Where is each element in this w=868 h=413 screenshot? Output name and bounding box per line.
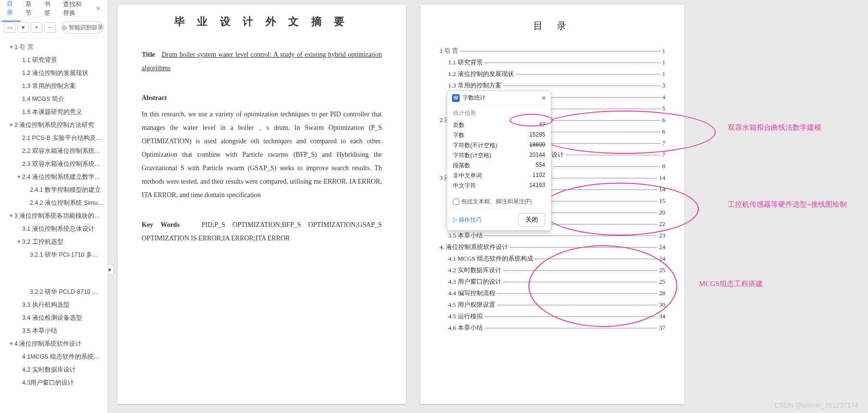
outline-item[interactable]: 2.4.2 液位控制系统 Simulink … — [0, 197, 108, 210]
outline-item[interactable]: ▾2.4 液位控制系统建立数学模型及… — [0, 171, 108, 184]
outline-item[interactable]: ▾1 引 言 — [0, 41, 108, 54]
stat-row: 非中文单词1102 — [453, 171, 545, 181]
annotation-text-1: 双容水箱拟合曲线法数学建模 — [728, 123, 821, 133]
toc-row: 4.6 本章小结37 — [440, 324, 665, 332]
outline-item[interactable]: 3.2.1 研华 PCI-1710 多功能… — [0, 249, 108, 262]
document-canvas: ▤▾ 毕 业 设 计 外 文 摘 要 Title Drum boiler sys… — [108, 0, 868, 413]
outline-item[interactable]: 3.2.2 研华 PCLD-8710 接线… — [0, 286, 108, 299]
outline-item[interactable]: ▾4.液位控制系统软件设计 — [0, 338, 108, 350]
outline-item[interactable]: 1.5 本课题研究的意义 — [0, 106, 108, 119]
outline-item[interactable]: 2.1 PCS-B 实验平台结构及工作原… — [0, 132, 108, 145]
stat-row: 段落数554 — [453, 161, 545, 171]
outline-level-button[interactable]: ▾ — [17, 22, 29, 33]
outline-remove-button[interactable]: − — [44, 22, 56, 33]
sidebar-tabs: 目录 章节 书签 查找和替换 ✕ — [0, 0, 108, 17]
outline-tree[interactable]: ▾1 引 言1.1 研究背景1.2 液位控制的发展现状1.3 常用的控制方案1.… — [0, 38, 108, 413]
outline-item[interactable]: 2.3 双容水箱液位控制系统的控制… — [0, 158, 108, 171]
watermark: CSDN @weixin_761237174 — [774, 401, 858, 409]
outline-toolbar: ▭ ▾ + − ◎ 智能识别目录 — [0, 17, 108, 38]
dialog-subtitle: 统计信息 — [453, 109, 545, 117]
toc-row: 4.1 MCGS 组态软件的系统构成24 — [440, 254, 665, 263]
outline-item[interactable]: ▾2 液位控制系统控制方法研究 — [0, 119, 108, 132]
toc-row: 1.1 研究背景1 — [440, 58, 665, 67]
page-options-button[interactable]: ▤▾ — [108, 264, 114, 275]
stat-row: 页数47 — [453, 120, 545, 130]
toc-row: 4.4 编写控制流程28 — [440, 289, 665, 298]
abstract-body: In this research, we use a variety of op… — [142, 108, 382, 202]
stat-row: 字数15295 — [453, 130, 545, 140]
toc-row: 4.5 运行模拟34 — [440, 312, 665, 321]
include-textbox-checkbox[interactable] — [453, 199, 459, 205]
operation-tip-link[interactable]: ▷ 操作技巧 — [453, 216, 482, 224]
toc-row: 1.3 常用的控制方案3 — [440, 81, 665, 90]
annotation-text-3: MCGS组态工程搭建 — [699, 279, 763, 289]
toc-row: 4.2 实时数据库设计25 — [440, 266, 665, 275]
outline-item[interactable]: 3.1 液位控制系统总体设计 — [0, 223, 108, 236]
page1-heading: 毕 业 设 计 外 文 摘 要 — [142, 14, 382, 29]
play-icon: ▷ — [453, 216, 457, 223]
checkbox-label: 包括文本框、脚注和尾注(F) — [461, 198, 532, 206]
outline-item[interactable]: 4.1MCGS 组态软件的系统构成 — [0, 350, 108, 363]
outline-collapse-button[interactable]: ▭ — [4, 22, 15, 33]
toc-row: 1 引 言1 — [440, 47, 665, 55]
outline-item[interactable]: 1.3 常用的控制方案 — [0, 80, 108, 93]
outline-add-button[interactable]: + — [31, 22, 42, 33]
stat-row: 字符数(不计空格)18609 — [453, 140, 545, 150]
outline-item[interactable]: 2.2 双容水箱液位控制系统控制要… — [0, 145, 108, 158]
toc-row: 4.5 用户权限设置30 — [440, 300, 665, 309]
outline-item[interactable]: ▾3.2 工控机选型 — [0, 236, 108, 249]
title-label: Title — [142, 51, 155, 58]
outline-item[interactable]: 4.3用户窗口的设计 — [0, 376, 108, 389]
outline-item[interactable]: ▾3 液位控制系统各功能模块的硬件设… — [0, 210, 108, 223]
dialog-close-button[interactable]: 关闭 — [518, 213, 545, 226]
title-text: Drum boiler system water level control: … — [142, 51, 382, 72]
annotation-text-2: 工控机传感器等硬件选型+接线图绘制 — [728, 200, 853, 210]
toc-row: 4. 液位控制系统软件设计24 — [440, 243, 665, 251]
dialog-title: 字数统计 — [463, 94, 486, 102]
toc-row: 4.3 用户窗口的设计25 — [440, 277, 665, 286]
target-icon: ◎ — [62, 24, 67, 31]
keywords-label: Key Words — [142, 221, 180, 228]
outline-item[interactable]: 1.4 MCGS 简介 — [0, 93, 108, 106]
toc-row: 1.2 液位控制的发展现状1 — [440, 70, 665, 78]
outline-item[interactable]: 1.1 研究背景 — [0, 54, 108, 67]
outline-item[interactable]: 3.4 液位检测设备选型 — [0, 312, 108, 325]
word-count-dialog: W 字数统计 ✕ 统计信息 页数47字数15295字符数(不计空格)18609字… — [447, 90, 551, 231]
toc-row: 3.5 本章小结23 — [440, 231, 665, 240]
outline-item[interactable]: 3.3 执行机构选型 — [0, 299, 108, 312]
smart-recognize-toc-button[interactable]: ◎ 智能识别目录 — [61, 21, 104, 34]
stat-row: 中文字符14193 — [453, 181, 545, 191]
page2-heading: 目 录 — [440, 19, 665, 32]
page-abstract: ▤▾ 毕 业 设 计 外 文 摘 要 Title Drum boiler sys… — [118, 5, 406, 404]
smart-btn-label: 智能识别目录 — [69, 24, 103, 32]
outline-item[interactable]: 4.2 实时数据库设计 — [0, 363, 108, 376]
dialog-close-icon[interactable]: ✕ — [541, 95, 546, 101]
outline-item[interactable]: 3.5 本章小结 — [0, 325, 108, 338]
outline-item[interactable]: 1.2 液位控制的发展现状 — [0, 67, 108, 80]
word-app-icon: W — [452, 94, 460, 102]
stat-row: 字符数(计空格)20144 — [453, 150, 545, 161]
abstract-label: Abstract — [142, 94, 167, 101]
outline-sidebar: 目录 章节 书签 查找和替换 ✕ ▭ ▾ + − ◎ 智能识别目录 ▾1 引 言… — [0, 0, 108, 413]
close-sidebar-icon[interactable]: ✕ — [91, 1, 106, 16]
outline-item[interactable]: 2.4.1 数学控制模型的建立 — [0, 184, 108, 197]
